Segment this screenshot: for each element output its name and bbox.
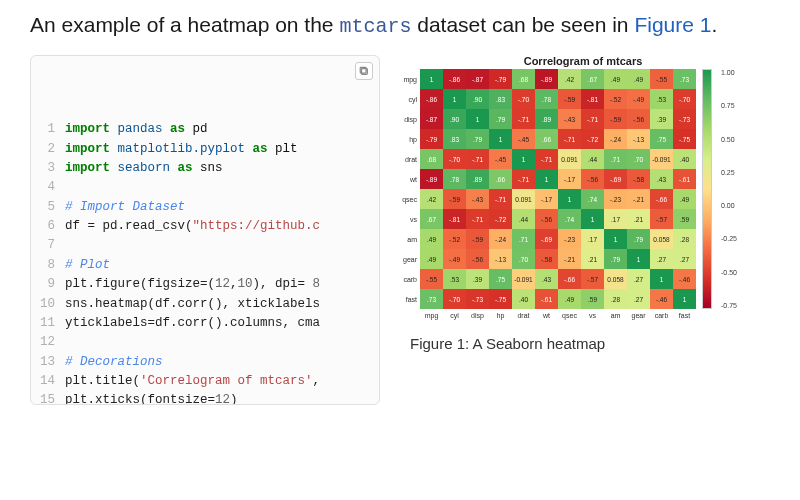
heatmap-cell: -0.091 bbox=[650, 149, 673, 169]
heatmap-cell: .49 bbox=[627, 69, 650, 89]
line-number: 2 bbox=[31, 140, 65, 159]
heatmap-xlabel: vs bbox=[581, 309, 604, 319]
heatmap-cell: -.17 bbox=[535, 189, 558, 209]
heatmap-cell: -.13 bbox=[627, 129, 650, 149]
code-line: 3import seaborn as sns bbox=[31, 159, 379, 178]
heatmap-ylabel: fast bbox=[398, 296, 420, 303]
heatmap-cell: .71 bbox=[512, 229, 535, 249]
heatmap-cell: .79 bbox=[466, 129, 489, 149]
heatmap-cell: .27 bbox=[627, 289, 650, 309]
heatmap-cell: -.75 bbox=[673, 129, 696, 149]
heatmap-cell: 1 bbox=[466, 109, 489, 129]
code-line: 6df = pd.read_csv("https://github.c bbox=[31, 217, 379, 236]
heatmap-cell: -.70 bbox=[443, 289, 466, 309]
intro-paragraph: An example of a heatmap on the mtcars da… bbox=[30, 10, 770, 41]
heatmap-cell: -.13 bbox=[489, 249, 512, 269]
prose-trailing: . bbox=[711, 13, 717, 36]
heatmap-cell: .39 bbox=[466, 269, 489, 289]
inline-code-mtcars: mtcars bbox=[339, 15, 411, 38]
line-number: 14 bbox=[31, 372, 65, 391]
line-number: 3 bbox=[31, 159, 65, 178]
heatmap-cell: .49 bbox=[558, 289, 581, 309]
line-number: 5 bbox=[31, 198, 65, 217]
heatmap-cell: -.71 bbox=[558, 129, 581, 149]
heatmap-ylabel: wt bbox=[398, 176, 420, 183]
heatmap-cell: .67 bbox=[420, 209, 443, 229]
heatmap-ylabel: carb bbox=[398, 276, 420, 283]
copy-button[interactable] bbox=[355, 62, 373, 80]
heatmap-ylabel: drat bbox=[398, 156, 420, 163]
heatmap-cell: .49 bbox=[420, 229, 443, 249]
heatmap-cell: -.86 bbox=[443, 69, 466, 89]
colorbar-ticks: 1.000.750.500.250.00-0.25-0.50-0.75 bbox=[718, 69, 737, 309]
code-line: 10sns.heatmap(df.corr(), xticklabels bbox=[31, 295, 379, 314]
colorbar-tick: 0.75 bbox=[721, 102, 737, 109]
heatmap-cell: -.45 bbox=[512, 129, 535, 149]
heatmap-cell: -.71 bbox=[489, 189, 512, 209]
heatmap-cell: -.58 bbox=[535, 249, 558, 269]
heatmap-cell: .53 bbox=[443, 269, 466, 289]
heatmap-cell: .79 bbox=[604, 249, 627, 269]
heatmap-cell: -.79 bbox=[420, 129, 443, 149]
heatmap-cell: .59 bbox=[673, 209, 696, 229]
heatmap-cell: -.52 bbox=[443, 229, 466, 249]
heatmap-cell: 0.091 bbox=[512, 189, 535, 209]
heatmap-xlabel: hp bbox=[489, 309, 512, 319]
figure-link[interactable]: Figure 1 bbox=[634, 13, 711, 36]
heatmap-xlabel: fast bbox=[673, 309, 696, 319]
heatmap-cell: .28 bbox=[604, 289, 627, 309]
heatmap-cell: -.70 bbox=[512, 89, 535, 109]
heatmap-cell: .73 bbox=[673, 69, 696, 89]
line-number: 12 bbox=[31, 333, 65, 352]
heatmap-cell: -.70 bbox=[443, 149, 466, 169]
heatmap-cell: .90 bbox=[466, 89, 489, 109]
heatmap-cell: .17 bbox=[581, 229, 604, 249]
heatmap-cell: 1 bbox=[489, 129, 512, 149]
heatmap-cell: -.66 bbox=[558, 269, 581, 289]
heatmap-cell: -.69 bbox=[604, 169, 627, 189]
heatmap-cell: .40 bbox=[512, 289, 535, 309]
heatmap-cell: .42 bbox=[558, 69, 581, 89]
heatmap-cell: .68 bbox=[420, 149, 443, 169]
code-block: 1import pandas as pd2import matplotlib.p… bbox=[30, 55, 380, 405]
heatmap-cell: -.55 bbox=[650, 69, 673, 89]
heatmap-cell: -.70 bbox=[673, 89, 696, 109]
heatmap-cell: -.71 bbox=[466, 209, 489, 229]
heatmap-cell: 0.058 bbox=[650, 229, 673, 249]
heatmap-cell: -.87 bbox=[420, 109, 443, 129]
heatmap-cell: .75 bbox=[489, 269, 512, 289]
colorbar-tick: 0.00 bbox=[721, 202, 737, 209]
figure-panel: Correlogram of mtcars mpg1-.86-.87-.79.6… bbox=[398, 55, 770, 352]
heatmap-cell: 1 bbox=[627, 249, 650, 269]
heatmap-cell: -.72 bbox=[489, 209, 512, 229]
line-number: 15 bbox=[31, 391, 65, 405]
heatmap-cell: -.17 bbox=[558, 169, 581, 189]
heatmap-cell: .27 bbox=[627, 269, 650, 289]
heatmap-cell: -.59 bbox=[443, 189, 466, 209]
colorbar bbox=[702, 69, 712, 309]
line-number: 1 bbox=[31, 120, 65, 139]
heatmap-cell: 0.058 bbox=[604, 269, 627, 289]
heatmap-xlabel: mpg bbox=[420, 309, 443, 319]
heatmap-cell: .68 bbox=[512, 69, 535, 89]
heatmap-ylabel: cyl bbox=[398, 96, 420, 103]
heatmap-cell: .78 bbox=[535, 89, 558, 109]
heatmap-grid: mpg1-.86-.87-.79.68-.89.42.67.49.49-.55.… bbox=[398, 69, 696, 319]
heatmap-cell: .66 bbox=[489, 169, 512, 189]
heatmap-cell: .53 bbox=[650, 89, 673, 109]
heatmap-cell: .49 bbox=[604, 69, 627, 89]
heatmap-cell: .49 bbox=[420, 249, 443, 269]
heatmap-cell: -.24 bbox=[489, 229, 512, 249]
heatmap-cell: -.52 bbox=[604, 89, 627, 109]
line-number: 4 bbox=[31, 178, 65, 197]
prose-text-1: An example of a heatmap on the bbox=[30, 13, 339, 36]
heatmap-cell: 1 bbox=[535, 169, 558, 189]
code-line: 1import pandas as pd bbox=[31, 120, 379, 139]
heatmap-ylabel: vs bbox=[398, 216, 420, 223]
code-line: 12 bbox=[31, 333, 379, 352]
heatmap-cell: .27 bbox=[650, 249, 673, 269]
heatmap-cell: -.49 bbox=[443, 249, 466, 269]
heatmap-cell: -.23 bbox=[558, 229, 581, 249]
heatmap-cell: .74 bbox=[581, 189, 604, 209]
heatmap-cell: -.72 bbox=[581, 129, 604, 149]
